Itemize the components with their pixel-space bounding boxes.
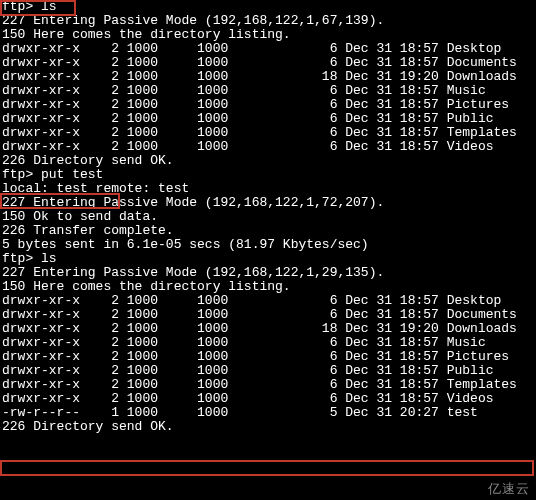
terminal-line: drwxr-xr-x 2 1000 1000 6 Dec 31 18:57 Pu… (2, 364, 534, 378)
terminal-line: drwxr-xr-x 2 1000 1000 6 Dec 31 18:57 Te… (2, 378, 534, 392)
highlight-box-test-row (0, 460, 534, 476)
terminal-line: drwxr-xr-x 2 1000 1000 6 Dec 31 18:57 De… (2, 294, 534, 308)
terminal-output[interactable]: ftp> ls227 Entering Passive Mode (192,16… (0, 0, 536, 434)
terminal-line: drwxr-xr-x 2 1000 1000 6 Dec 31 18:57 Te… (2, 126, 534, 140)
terminal-line: local: test remote: test (2, 182, 534, 196)
terminal-line: drwxr-xr-x 2 1000 1000 18 Dec 31 19:20 D… (2, 322, 534, 336)
terminal-line: drwxr-xr-x 2 1000 1000 6 Dec 31 18:57 Do… (2, 308, 534, 322)
terminal-line: drwxr-xr-x 2 1000 1000 18 Dec 31 19:20 D… (2, 70, 534, 84)
terminal-line: ftp> put test (2, 168, 534, 182)
terminal-line: 5 bytes sent in 6.1e-05 secs (81.97 Kbyt… (2, 238, 534, 252)
terminal-line: 226 Directory send OK. (2, 420, 534, 434)
terminal-line: drwxr-xr-x 2 1000 1000 6 Dec 31 18:57 Mu… (2, 336, 534, 350)
terminal-line: 150 Ok to send data. (2, 210, 534, 224)
terminal-line: 226 Transfer complete. (2, 224, 534, 238)
terminal-line: 227 Entering Passive Mode (192,168,122,1… (2, 266, 534, 280)
terminal-line: drwxr-xr-x 2 1000 1000 6 Dec 31 18:57 Pi… (2, 98, 534, 112)
terminal-line: drwxr-xr-x 2 1000 1000 6 Dec 31 18:57 Do… (2, 56, 534, 70)
terminal-line: drwxr-xr-x 2 1000 1000 6 Dec 31 18:57 De… (2, 42, 534, 56)
terminal-line: 150 Here comes the directory listing. (2, 280, 534, 294)
terminal-line: drwxr-xr-x 2 1000 1000 6 Dec 31 18:57 Mu… (2, 84, 534, 98)
terminal-line: ftp> ls (2, 0, 534, 14)
terminal-line: 150 Here comes the directory listing. (2, 28, 534, 42)
watermark-text: 亿速云 (488, 482, 530, 496)
terminal-line: drwxr-xr-x 2 1000 1000 6 Dec 31 18:57 Vi… (2, 392, 534, 406)
terminal-line: drwxr-xr-x 2 1000 1000 6 Dec 31 18:57 Vi… (2, 140, 534, 154)
terminal-line: -rw-r--r-- 1 1000 1000 5 Dec 31 20:27 te… (2, 406, 534, 420)
terminal-line: 227 Entering Passive Mode (192,168,122,1… (2, 196, 534, 210)
terminal-line: 227 Entering Passive Mode (192,168,122,1… (2, 14, 534, 28)
terminal-line: ftp> ls (2, 252, 534, 266)
terminal-line: drwxr-xr-x 2 1000 1000 6 Dec 31 18:57 Pu… (2, 112, 534, 126)
terminal-line: drwxr-xr-x 2 1000 1000 6 Dec 31 18:57 Pi… (2, 350, 534, 364)
terminal-line: 226 Directory send OK. (2, 154, 534, 168)
